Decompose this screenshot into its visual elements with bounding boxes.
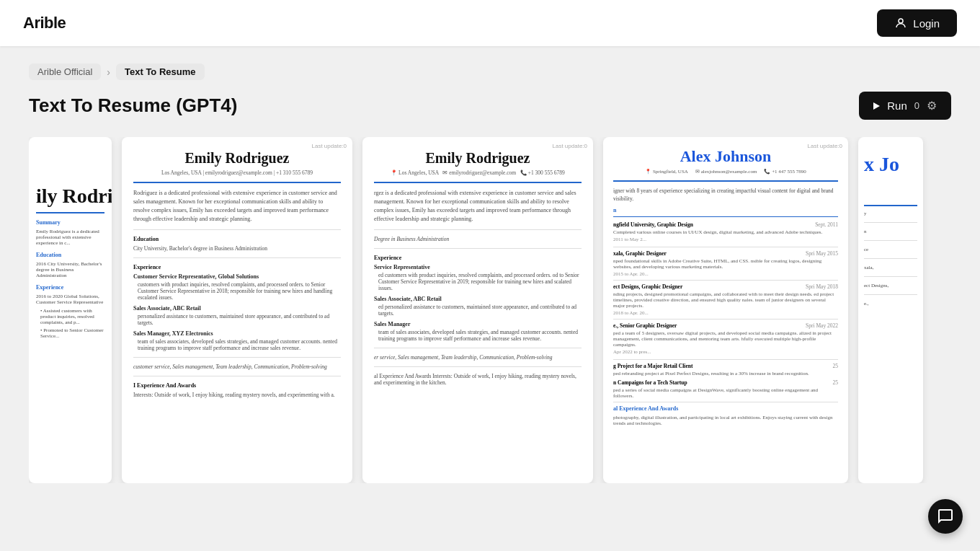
cards-scroll-area: ily Rodriguez Summary Emily Rodriguez is…: [29, 137, 951, 483]
page-title-row: Text To Resume (GPT4) Run 0 ⚙: [29, 92, 951, 120]
alex-contact: 📍 Springfield, USA ✉ alexjohnson@example…: [613, 169, 838, 175]
breadcrumb: Arible Official › Text To Resume: [29, 63, 951, 80]
card-tag-1: Last update:0: [312, 143, 347, 149]
page-title: Text To Resume (GPT4): [29, 94, 237, 117]
emily-2-summary: rgez is a dedicated professional with ex…: [374, 189, 582, 224]
breadcrumb-current: Text To Resume: [116, 63, 204, 80]
chat-bubble[interactable]: [928, 499, 963, 534]
partial-name-left: ily Rodriguez: [36, 185, 104, 208]
resume-card-alex: Last update:0 Alex Johnson 📍 Springfield…: [603, 137, 848, 483]
card-tag-2: Last update:0: [553, 143, 587, 149]
logo: Arible: [23, 14, 66, 32]
svg-point-0: [899, 19, 903, 23]
alex-name: Alex Johnson: [613, 147, 838, 166]
run-count: 0: [914, 100, 919, 111]
main-content: Arible Official › Text To Resume Text To…: [0, 46, 980, 483]
run-label: Run: [887, 100, 907, 112]
emily-2-contact: 📍 Los Angeles, USA ✉ emilyrodriguez@exam…: [374, 169, 582, 176]
run-button[interactable]: Run 0 ⚙: [859, 92, 951, 120]
emily-2-name: Emily Rodriguez: [374, 150, 582, 167]
emily-1-name: Emily Rodriguez: [133, 150, 341, 167]
emily-1-summary: Rodriguez is a dedicated professional wi…: [133, 189, 341, 224]
header: Arible Login: [0, 0, 980, 46]
resume-card-emily-1: Last update:0 Emily Rodriguez Los Angele…: [122, 137, 352, 483]
breadcrumb-separator: ›: [107, 66, 110, 78]
user-icon: [894, 17, 907, 30]
alex-partial-name: x Jo: [864, 153, 917, 176]
play-icon: [873, 102, 880, 110]
settings-icon: ⚙: [927, 99, 937, 113]
resume-card-emily-2: Last update:0 Emily Rodriguez 📍 Los Ange…: [362, 137, 593, 483]
emily-1-contact: Los Angeles, USA | emilyrodriguez@exampl…: [133, 169, 341, 176]
login-button[interactable]: Login: [877, 9, 957, 37]
card-tag-alex: Last update:0: [808, 143, 842, 149]
chat-icon: [937, 508, 954, 525]
resume-card-alex-partial: x Jo y n ce xala, ect Designs, e.,: [858, 137, 923, 483]
login-label: Login: [913, 17, 940, 30]
resume-card-emily-partial: ily Rodriguez Summary Emily Rodriguez is…: [29, 137, 112, 483]
breadcrumb-parent[interactable]: Arible Official: [29, 63, 101, 80]
